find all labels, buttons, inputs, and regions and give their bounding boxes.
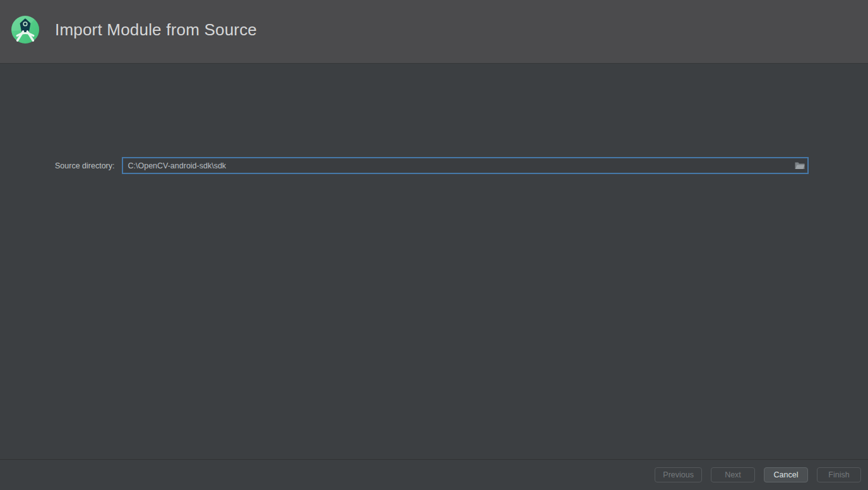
dialog-footer: Previous Next Cancel Finish xyxy=(0,459,868,490)
finish-button[interactable]: Finish xyxy=(817,467,861,482)
next-button[interactable]: Next xyxy=(711,467,755,482)
source-directory-row: Source directory: xyxy=(55,157,809,174)
dialog-content: Source directory: xyxy=(0,64,868,459)
open-folder-icon xyxy=(795,161,805,170)
browse-button[interactable] xyxy=(794,161,806,171)
dialog-header: Import Module from Source xyxy=(0,0,868,64)
dialog-title: Import Module from Source xyxy=(55,20,257,40)
source-directory-input[interactable] xyxy=(122,157,809,174)
android-studio-logo-icon xyxy=(11,15,40,44)
source-directory-input-wrap xyxy=(122,157,809,174)
source-directory-label: Source directory: xyxy=(55,161,114,170)
cancel-button[interactable]: Cancel xyxy=(764,467,808,482)
previous-button[interactable]: Previous xyxy=(655,467,702,482)
